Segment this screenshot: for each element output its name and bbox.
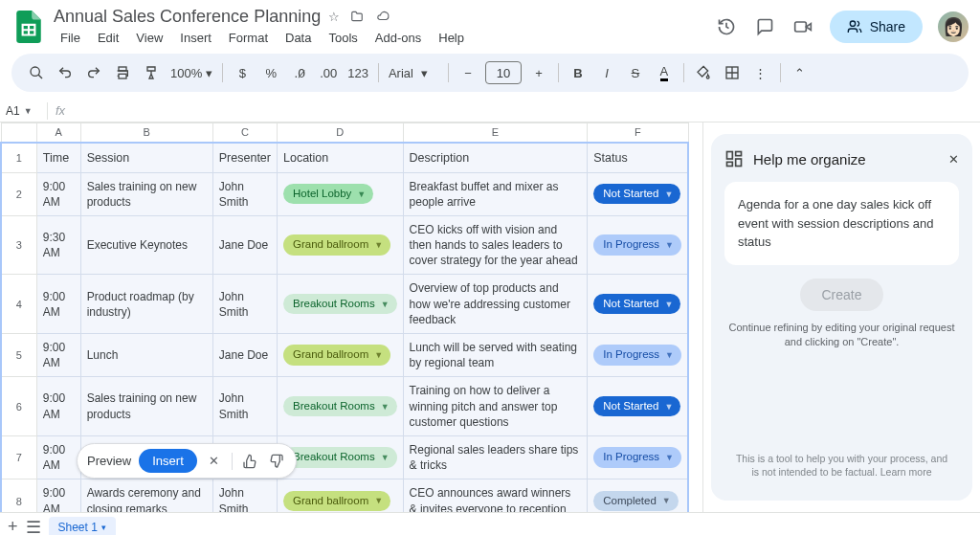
time-cell[interactable]: 9:00 AM: [36, 435, 80, 479]
menu-format[interactable]: Format: [222, 29, 275, 47]
history-icon[interactable]: [715, 15, 738, 38]
insert-button[interactable]: Insert: [139, 449, 197, 473]
row-header[interactable]: 6: [1, 377, 36, 436]
move-icon[interactable]: [349, 10, 365, 24]
status-chip[interactable]: Not Started ▼: [593, 294, 680, 315]
presenter-cell[interactable]: Jane Doe: [212, 334, 277, 377]
col-header[interactable]: D: [277, 123, 403, 143]
time-cell[interactable]: 9:30 AM: [36, 215, 80, 275]
row-header[interactable]: 4: [1, 275, 36, 334]
collapse-toolbar-icon[interactable]: ⌃: [787, 59, 813, 86]
search-icon[interactable]: [23, 59, 50, 86]
create-button[interactable]: Create: [800, 279, 882, 311]
time-cell[interactable]: 9:00 AM: [36, 275, 80, 334]
paint-format-icon[interactable]: [138, 59, 165, 86]
description-cell[interactable]: Overview of top products and how we're a…: [403, 275, 588, 334]
row-header[interactable]: 5: [1, 334, 36, 377]
time-cell[interactable]: 9:00 AM: [36, 377, 80, 436]
time-cell[interactable]: 9:00 AM: [36, 479, 80, 512]
thumbs-up-icon[interactable]: [240, 452, 259, 471]
percent-icon[interactable]: %: [257, 59, 284, 86]
cloud-status-icon[interactable]: [374, 10, 391, 24]
italic-icon[interactable]: I: [593, 59, 620, 86]
col-header[interactable]: C: [212, 123, 277, 143]
status-cell[interactable]: Completed ▼: [588, 479, 688, 512]
status-cell[interactable]: Not Started ▼: [588, 172, 688, 215]
meet-icon[interactable]: [791, 15, 814, 38]
share-button[interactable]: Share: [830, 11, 923, 43]
increase-font-icon[interactable]: +: [525, 59, 552, 86]
font-size-input[interactable]: 10: [485, 61, 522, 84]
description-cell[interactable]: Regional sales leaders share tips & tric…: [403, 435, 588, 479]
text-color-icon[interactable]: A: [651, 59, 678, 86]
location-cell[interactable]: Grand ballroom ▼: [277, 334, 403, 377]
row-header[interactable]: 3: [1, 215, 36, 275]
location-chip[interactable]: Grand ballroom ▼: [283, 234, 390, 256]
sheets-logo[interactable]: [11, 10, 46, 44]
menu-addons[interactable]: Add-ons: [368, 29, 428, 47]
bold-icon[interactable]: B: [565, 59, 591, 86]
menu-tools[interactable]: Tools: [322, 29, 364, 47]
undo-icon[interactable]: [52, 59, 78, 86]
doc-title[interactable]: Annual Sales Conference Planning: [54, 7, 321, 27]
location-chip[interactable]: Breakout Rooms ▼: [283, 294, 397, 315]
header-cell[interactable]: Location: [277, 143, 403, 173]
borders-icon[interactable]: [719, 59, 746, 86]
close-panel-icon[interactable]: ✕: [948, 152, 959, 167]
menu-data[interactable]: Data: [278, 29, 318, 47]
session-cell[interactable]: Lunch: [80, 334, 212, 377]
presenter-cell[interactable]: John Smith: [212, 377, 277, 436]
currency-icon[interactable]: $: [229, 59, 256, 86]
header-cell[interactable]: Session: [80, 143, 212, 173]
header-cell[interactable]: Time: [36, 143, 80, 173]
thumbs-down-icon[interactable]: [267, 452, 286, 471]
col-header[interactable]: F: [588, 123, 688, 143]
description-cell[interactable]: CEO kicks off with vision and then hands…: [403, 215, 588, 275]
status-chip[interactable]: Not Started ▼: [593, 184, 680, 205]
time-cell[interactable]: 9:00 AM: [36, 172, 80, 215]
session-cell[interactable]: Awards ceremony and closing remarks: [80, 479, 212, 512]
header-cell[interactable]: Presenter: [212, 143, 277, 173]
spreadsheet-grid[interactable]: A B C D E F 1TimeSessionPresenterLocatio…: [0, 123, 702, 512]
location-chip[interactable]: Breakout Rooms ▼: [283, 447, 397, 468]
col-header[interactable]: A: [36, 123, 80, 143]
status-cell[interactable]: Not Started ▼: [588, 275, 688, 334]
prompt-input[interactable]: Agenda for a one day sales kick off even…: [724, 182, 959, 265]
location-chip[interactable]: Breakout Rooms ▼: [283, 396, 397, 417]
location-cell[interactable]: Grand ballroom ▼: [277, 215, 403, 275]
decrease-decimal-icon[interactable]: .0̷: [286, 59, 313, 86]
header-cell[interactable]: Status: [588, 143, 688, 173]
more-icon[interactable]: ⋮: [747, 59, 774, 86]
menu-edit[interactable]: Edit: [91, 29, 125, 47]
time-cell[interactable]: 9:00 AM: [36, 334, 80, 377]
menu-insert[interactable]: Insert: [173, 29, 218, 47]
location-cell[interactable]: Hotel Lobby ▼: [277, 172, 403, 215]
status-cell[interactable]: In Progress ▼: [588, 215, 688, 275]
star-icon[interactable]: ☆: [328, 10, 340, 24]
strikethrough-icon[interactable]: S: [622, 59, 649, 86]
comment-icon[interactable]: [753, 15, 776, 38]
sheet-tab[interactable]: Sheet 1 ▾: [49, 517, 116, 536]
menu-file[interactable]: File: [54, 29, 87, 47]
zoom-selector[interactable]: 100% ▾: [167, 66, 216, 80]
redo-icon[interactable]: [80, 59, 107, 86]
status-chip[interactable]: Completed ▼: [593, 491, 679, 512]
menu-help[interactable]: Help: [432, 29, 471, 47]
row-header[interactable]: 1: [1, 143, 36, 173]
status-chip[interactable]: In Progress ▼: [593, 234, 681, 256]
all-sheets-icon[interactable]: ☰: [26, 517, 41, 536]
location-chip[interactable]: Grand ballroom ▼: [283, 491, 390, 512]
select-all-cell[interactable]: [1, 123, 36, 143]
session-cell[interactable]: Product roadmap (by industry): [80, 275, 212, 334]
session-cell[interactable]: Sales training on new products: [80, 377, 212, 436]
status-cell[interactable]: In Progress ▼: [588, 435, 688, 479]
font-selector[interactable]: Arial ▾: [385, 66, 442, 80]
location-chip[interactable]: Grand ballroom ▼: [283, 345, 390, 366]
fill-color-icon[interactable]: [690, 59, 717, 86]
presenter-cell[interactable]: Jane Doe: [212, 215, 277, 275]
description-cell[interactable]: Breakfast buffet and mixer as people arr…: [403, 172, 588, 215]
status-chip[interactable]: In Progress ▼: [593, 345, 681, 366]
account-avatar[interactable]: 👩🏻: [938, 11, 969, 42]
session-cell[interactable]: Executive Keynotes: [80, 215, 212, 275]
description-cell[interactable]: Training on how to deliver a winning pit…: [403, 377, 588, 436]
